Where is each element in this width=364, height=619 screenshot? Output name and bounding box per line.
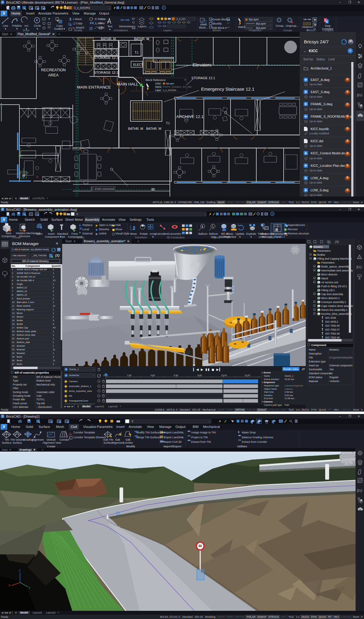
svg-text:?: ?: [271, 213, 273, 216]
svg-text:⌄: ⌄: [269, 18, 271, 21]
svg-text:ByLayer: ByLayer: [256, 22, 266, 25]
svg-text:STORAGE 12.1: STORAGE 12.1: [191, 76, 215, 80]
svg-text:⌄: ⌄: [108, 7, 110, 9]
svg-text:Y: Y: [19, 147, 21, 150]
svg-text:Y: Y: [29, 587, 30, 590]
svg-text:RECREATION: RECREATION: [41, 68, 66, 72]
svg-text:ARCHIVE 12.1: ARCHIVE 12.1: [176, 114, 204, 119]
svg-text:STORAGE 12.3: STORAGE 12.3: [94, 56, 119, 59]
svg-text:W: W: [22, 174, 25, 177]
svg-text:fx: fx: [275, 228, 278, 231]
svg-text:Z: Z: [19, 569, 21, 572]
svg-text:Name: Name: [155, 86, 161, 88]
svg-text:?: ?: [163, 6, 165, 9]
svg-text:f(x): f(x): [357, 488, 362, 493]
svg-text:2.00: 2.00: [127, 374, 132, 377]
svg-text:3_4_DO: 3_4_DO: [176, 18, 185, 20]
svg-text:X: X: [36, 175, 39, 179]
svg-text:ELECT: ELECT: [133, 63, 143, 66]
svg-text:STORAGE 12.2: STORAGE 12.2: [94, 71, 119, 74]
svg-text:Layer: Layer: [155, 89, 161, 92]
svg-text:T.I.: T.I.: [135, 51, 139, 54]
svg-text:3_4_DOORS: 3_4_DOORS: [163, 89, 176, 92]
svg-text:f(x): f(x): [356, 265, 362, 269]
svg-text:12.00: 12.00: [244, 374, 250, 377]
svg-text:4.00: 4.00: [150, 374, 155, 377]
svg-text:X: X: [8, 584, 10, 587]
svg-text:Block Reference: Block Reference: [146, 79, 166, 82]
svg-text:⌄: ⌄: [269, 22, 271, 25]
svg-text:6.00: 6.00: [174, 374, 178, 377]
svg-text:T.I.: T.I.: [166, 121, 170, 125]
svg-text:f(x): f(x): [357, 93, 362, 97]
svg-text:BATHR. M: BATHR. M: [128, 127, 143, 130]
svg-text:....: ....: [358, 33, 361, 35]
svg-text:⌄: ⌄: [204, 213, 206, 216]
svg-text:ByLayer: ByLayer: [249, 18, 259, 21]
svg-text:60: 60: [198, 544, 202, 548]
svg-text:Color: Color: [155, 82, 161, 85]
svg-text:MAIN HALL: MAIN HALL: [117, 82, 139, 86]
svg-text:8.00: 8.00: [197, 374, 202, 377]
svg-text:0: 0: [132, 420, 133, 423]
svg-text:....: ....: [358, 239, 360, 242]
svg-text:ByLayer: ByLayer: [166, 82, 174, 85]
svg-text:✕: ✕: [184, 79, 186, 81]
svg-text:B: B: [326, 21, 328, 23]
svg-text:BATHR. W: BATHR. W: [134, 37, 150, 41]
svg-text:⌄: ⌄: [208, 420, 210, 423]
svg-text:: Enter command: : Enter command: [93, 187, 115, 190]
svg-text:AREA: AREA: [48, 73, 59, 77]
svg-text:PORTE_DOUBLE_INT_208: PORTE_DOUBLE_INT_208: [163, 86, 191, 88]
svg-text:Elevators: Elevators: [193, 62, 212, 67]
svg-text:3_4_DOORS: 3_4_DOORS: [74, 6, 90, 9]
svg-text:BATHR. M: BATHR. M: [101, 37, 116, 41]
svg-text:1: 1: [202, 225, 203, 228]
svg-text:0: 0: [76, 213, 78, 216]
svg-text:BATHR. W: BATHR. W: [146, 127, 162, 130]
svg-text:MAIN ENTRANCE: MAIN ENTRANCE: [77, 85, 111, 89]
svg-text:10.00: 10.00: [221, 374, 227, 377]
svg-text:Emergency Staircase 12.1: Emergency Staircase 12.1: [201, 86, 254, 92]
